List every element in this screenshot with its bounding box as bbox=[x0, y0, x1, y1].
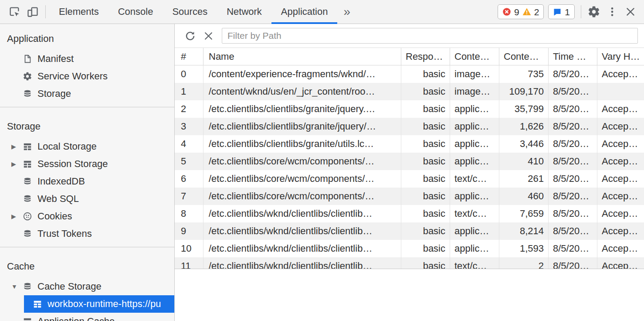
cell-number: 5 bbox=[175, 153, 203, 170]
tab-network[interactable]: Network bbox=[217, 0, 271, 24]
console-errors-warnings-badge[interactable]: 9 2 bbox=[498, 4, 544, 19]
refresh-button[interactable] bbox=[181, 27, 199, 45]
sidebar-item-manifest[interactable]: Manifest bbox=[0, 50, 174, 68]
cache-entries-table: 0/content/experience-fragments/wknd/…bas… bbox=[175, 65, 644, 269]
cell-content-type: applic… bbox=[450, 222, 499, 240]
column-header-name[interactable]: Name bbox=[203, 48, 401, 65]
cell-response-type: basic bbox=[401, 205, 450, 222]
filter-by-path-input[interactable] bbox=[222, 28, 638, 44]
cell-content-length: 261 bbox=[499, 170, 549, 188]
tab-console[interactable]: Console bbox=[108, 0, 163, 24]
cell-content-type: applic… bbox=[450, 100, 499, 118]
cell-response-type: basic bbox=[401, 188, 450, 205]
sidebar-item-trust-tokens[interactable]: Trust Tokens bbox=[0, 225, 174, 242]
cache-entry-preview-pane bbox=[175, 269, 644, 321]
sidebar-item-web-sql[interactable]: Web SQL bbox=[0, 190, 174, 208]
close-icon bbox=[625, 6, 636, 17]
table-row[interactable]: 7/etc.clientlibs/core/wcm/components/…ba… bbox=[175, 188, 644, 205]
sidebar-item-indexeddb[interactable]: IndexedDB bbox=[0, 173, 174, 190]
cell-time-cached: 8/5/20… bbox=[549, 188, 597, 205]
cell-content-length: 109,170 bbox=[499, 83, 549, 100]
table-row[interactable]: 9/etc.clientlibs/wknd/clientlibs/clientl… bbox=[175, 222, 644, 240]
column-header-time-cached[interactable]: Time … bbox=[549, 48, 597, 65]
column-header-content-length[interactable]: Conte… bbox=[499, 48, 549, 65]
chevron-down-icon[interactable]: ▼ bbox=[11, 283, 23, 290]
cell-name: /etc.clientlibs/clientlibs/granite/jquer… bbox=[203, 100, 401, 118]
tab-sources[interactable]: Sources bbox=[163, 0, 217, 24]
tab-elements[interactable]: Elements bbox=[49, 0, 108, 24]
cell-name: /etc.clientlibs/wknd/clientlibs/clientli… bbox=[203, 222, 401, 240]
tab-application[interactable]: Application bbox=[271, 0, 338, 24]
table-row[interactable]: 8/etc.clientlibs/wknd/clientlibs/clientl… bbox=[175, 205, 644, 222]
warning-icon bbox=[522, 7, 531, 16]
cell-number: 11 bbox=[175, 257, 203, 269]
chevron-right-icon[interactable]: ▶ bbox=[11, 213, 23, 220]
section-title: Storage bbox=[0, 119, 174, 134]
cell-name: /etc.clientlibs/clientlibs/granite/jquer… bbox=[203, 118, 401, 135]
cell-vary-header: Accep… bbox=[597, 257, 644, 269]
more-menu-button[interactable] bbox=[603, 3, 621, 21]
console-messages-badge[interactable]: 1 bbox=[548, 4, 575, 19]
column-header-number[interactable]: # bbox=[175, 48, 203, 65]
more-tabs-icon[interactable]: » bbox=[337, 5, 356, 19]
cell-content-type: applic… bbox=[450, 118, 499, 135]
cell-number: 4 bbox=[175, 135, 203, 153]
close-devtools-button[interactable] bbox=[621, 3, 640, 21]
delete-selected-button[interactable] bbox=[199, 27, 217, 45]
cell-vary-header: Accep… bbox=[597, 118, 644, 135]
column-header-content-type[interactable]: Conte… bbox=[450, 48, 499, 65]
cell-time-cached: 8/5/20… bbox=[549, 65, 597, 83]
sidebar-item-storage[interactable]: Storage bbox=[0, 85, 174, 102]
cell-time-cached: 8/5/20… bbox=[549, 135, 597, 153]
cell-content-type: text/c… bbox=[450, 205, 499, 222]
inspect-element-button[interactable] bbox=[5, 3, 24, 21]
chevron-right-icon[interactable]: ▶ bbox=[11, 143, 23, 150]
chevron-right-icon[interactable]: ▶ bbox=[11, 160, 23, 167]
table-row[interactable]: 2/etc.clientlibs/clientlibs/granite/jque… bbox=[175, 100, 644, 118]
sidebar-item-cache-storage[interactable]: ▼ Cache Storage bbox=[0, 278, 174, 295]
warning-count: 2 bbox=[534, 7, 539, 17]
cell-content-length: 7,659 bbox=[499, 205, 549, 222]
cell-content-length: 8,214 bbox=[499, 222, 549, 240]
cell-content-type: applic… bbox=[450, 135, 499, 153]
sidebar-section-application: Application Manifest Service Workers Sto… bbox=[0, 24, 174, 107]
cell-number: 0 bbox=[175, 65, 203, 83]
sidebar-item-application-cache[interactable]: Application Cache bbox=[0, 313, 174, 321]
table-row[interactable]: 4/etc.clientlibs/clientlibs/granite/util… bbox=[175, 135, 644, 153]
table-row[interactable]: 6/etc.clientlibs/core/wcm/components/…ba… bbox=[175, 170, 644, 188]
table-icon bbox=[23, 159, 32, 169]
cell-response-type: basic bbox=[401, 100, 450, 118]
sidebar-item-session-storage[interactable]: ▶ Session Storage bbox=[0, 155, 174, 173]
table-row[interactable]: 5/etc.clientlibs/core/wcm/components/…ba… bbox=[175, 153, 644, 170]
table-row[interactable]: 0/content/experience-fragments/wknd/…bas… bbox=[175, 65, 644, 83]
table-row[interactable]: 11/etc.clientlibs/wknd/clientlibs/client… bbox=[175, 257, 644, 269]
sidebar-item-label: workbox-runtime-https://pu bbox=[47, 298, 161, 310]
sidebar-item-service-workers[interactable]: Service Workers bbox=[0, 68, 174, 85]
toolbar-divider bbox=[45, 5, 46, 18]
gear-icon bbox=[23, 72, 32, 81]
sidebar-item-label: IndexedDB bbox=[37, 176, 85, 187]
cell-name: /etc.clientlibs/wknd/clientlibs/clientli… bbox=[203, 257, 401, 269]
table-row[interactable]: 10/etc.clientlibs/wknd/clientlibs/client… bbox=[175, 240, 644, 257]
sidebar-item-cookies[interactable]: ▶ Cookies bbox=[0, 208, 174, 225]
table-icon bbox=[23, 142, 32, 151]
column-header-response-type[interactable]: Respo… bbox=[401, 48, 450, 65]
database-icon bbox=[23, 89, 32, 99]
sidebar-item-workbox-runtime-cache[interactable]: workbox-runtime-https://pu bbox=[24, 295, 174, 313]
column-header-vary-header[interactable]: Vary H… bbox=[597, 48, 644, 65]
cell-content-length: 410 bbox=[499, 153, 549, 170]
table-row[interactable]: 1/content/wknd/us/en/_jcr_content/roo…ba… bbox=[175, 83, 644, 100]
sidebar-item-label: Local Storage bbox=[37, 141, 97, 152]
cell-content-length: 2 bbox=[499, 257, 549, 269]
cache-toolbar bbox=[175, 24, 644, 48]
sidebar-item-label: Session Storage bbox=[37, 158, 108, 170]
refresh-icon bbox=[184, 30, 196, 42]
cell-content-length: 735 bbox=[499, 65, 549, 83]
settings-button[interactable] bbox=[585, 3, 603, 21]
sidebar-item-local-storage[interactable]: ▶ Local Storage bbox=[0, 138, 174, 155]
error-count: 9 bbox=[514, 7, 519, 17]
device-toolbar-button[interactable] bbox=[24, 3, 42, 21]
file-icon bbox=[23, 54, 32, 64]
cell-name: /content/wknd/us/en/_jcr_content/roo… bbox=[203, 83, 401, 100]
table-row[interactable]: 3/etc.clientlibs/clientlibs/granite/jque… bbox=[175, 118, 644, 135]
